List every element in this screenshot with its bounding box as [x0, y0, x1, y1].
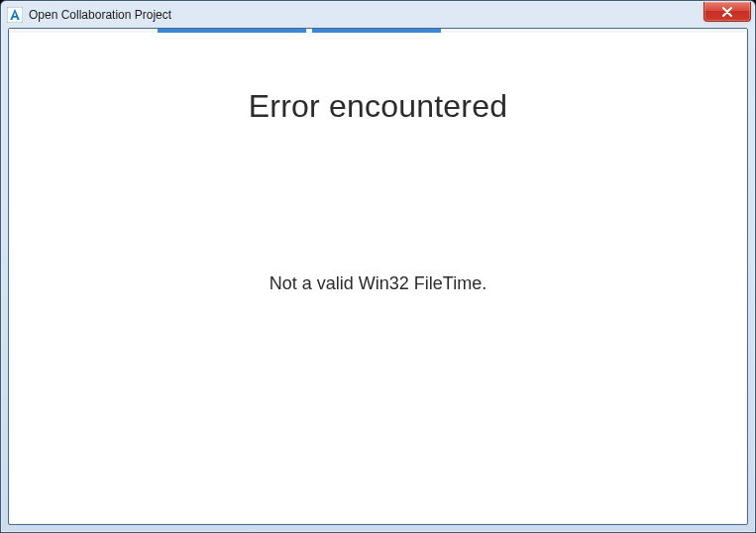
dialog-window: Open Collaboration Project Error encount…	[0, 0, 756, 533]
content-body: Error encountered Not a valid Win32 File…	[9, 33, 747, 524]
error-heading: Error encountered	[249, 88, 507, 125]
titlebar: Open Collaboration Project	[1, 1, 755, 28]
content-frame: Error encountered Not a valid Win32 File…	[8, 28, 748, 525]
app-icon	[7, 7, 23, 23]
close-button[interactable]	[703, 2, 751, 22]
close-icon	[721, 7, 733, 17]
error-message: Not a valid Win32 FileTime.	[270, 273, 486, 294]
window-title: Open Collaboration Project	[29, 8, 703, 22]
